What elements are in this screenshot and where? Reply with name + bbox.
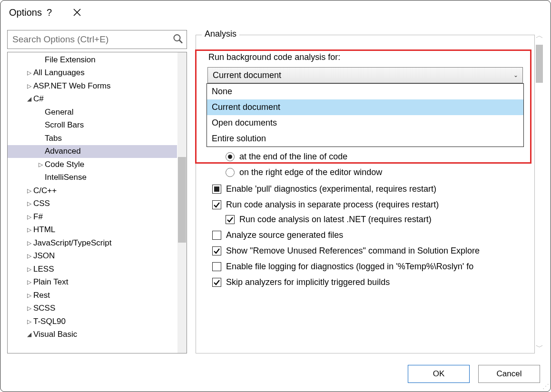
cb-latest-dotnet-label: Run code analysis on latest .NET (requir… — [239, 215, 432, 225]
tree-item-label: SCSS — [33, 304, 55, 313]
scroll-up-icon[interactable]: ︿ — [536, 30, 543, 42]
tree-item-label: JSON — [33, 251, 55, 261]
cb-separate-process[interactable]: Run code analysis in separate process (r… — [212, 200, 530, 210]
tree-item-label: Plain Text — [33, 277, 68, 287]
tree-item[interactable]: ◢Visual Basic — [8, 328, 177, 342]
scope-combobox[interactable]: Current document ⌄ — [207, 67, 523, 83]
search-icon — [173, 34, 183, 46]
expand-closed-icon[interactable]: ▷ — [26, 83, 32, 89]
content-scrollbar-thumb[interactable] — [536, 45, 543, 83]
close-icon — [73, 8, 81, 17]
tree-item[interactable]: ▷F# — [8, 210, 177, 224]
expand-closed-icon[interactable]: ▷ — [26, 214, 32, 220]
cb-remove-unused-label: Show "Remove Unused References" command … — [226, 246, 480, 256]
dialog-footer: OK Cancel — [0, 359, 551, 392]
cb-file-logging[interactable]: Enable file logging for diagnostics (log… — [212, 262, 530, 272]
tree-item[interactable]: General — [8, 106, 177, 119]
checkbox-icon — [212, 200, 221, 209]
checkbox-icon — [226, 215, 235, 224]
tree-item[interactable]: Tabs — [8, 132, 177, 145]
expand-closed-icon[interactable]: ▷ — [26, 200, 32, 207]
cancel-button[interactable]: Cancel — [478, 365, 540, 383]
scope-option[interactable]: Open documents — [207, 115, 523, 131]
expand-open-icon[interactable]: ◢ — [26, 96, 32, 102]
tree-item[interactable]: Advanced — [8, 145, 177, 158]
tree-item[interactable]: ▷JSON — [8, 250, 177, 263]
tree-item[interactable]: Scroll Bars — [8, 119, 177, 132]
tree-scrollbar[interactable] — [177, 52, 187, 353]
cb-analyze-generated[interactable]: Analyze source generated files — [212, 230, 530, 240]
options-tree: File Extension▷All Languages▷ASP.NET Web… — [7, 52, 187, 353]
expand-closed-icon[interactable]: ▷ — [26, 279, 32, 285]
tree-item[interactable]: ▷JavaScript/TypeScript — [8, 236, 177, 250]
scroll-down-icon[interactable]: ﹀ — [536, 342, 543, 353]
scope-label: Run background code analysis for: — [208, 52, 530, 62]
radio-right-edge-label: on the right edge of the editor window — [239, 167, 382, 177]
expand-closed-icon[interactable]: ▷ — [26, 318, 32, 325]
expand-closed-icon[interactable]: ▷ — [26, 253, 32, 259]
tree-scrollbar-thumb[interactable] — [178, 157, 186, 243]
scope-dropdown: NoneCurrent documentOpen documentsEntire… — [207, 83, 524, 147]
tree-item-label: HTML — [33, 225, 55, 235]
expand-open-icon[interactable]: ◢ — [26, 331, 32, 338]
tree-item[interactable]: IntelliSense — [8, 171, 177, 185]
scope-option[interactable]: None — [207, 84, 523, 99]
expand-closed-icon[interactable]: ▷ — [26, 226, 32, 233]
radio-icon — [226, 168, 235, 177]
tree-item-label: File Extension — [45, 55, 96, 65]
cb-separate-process-label: Run code analysis in separate process (r… — [226, 200, 439, 210]
svg-line-1 — [179, 40, 182, 43]
expand-closed-icon[interactable]: ▷ — [26, 69, 32, 76]
tree-item-label: F# — [33, 212, 43, 222]
cb-remove-unused[interactable]: Show "Remove Unused References" command … — [212, 246, 530, 256]
radio-icon — [226, 152, 235, 161]
window-title: Options — [9, 7, 42, 18]
tree-item[interactable]: ▷LESS — [8, 263, 177, 276]
tree-item-label: T-SQL90 — [33, 317, 66, 326]
chevron-down-icon: ⌄ — [513, 72, 518, 78]
tree-item[interactable]: ▷CSS — [8, 197, 177, 211]
cb-skip-analyzers[interactable]: Skip analyzers for implicitly triggered … — [212, 277, 530, 287]
search-input[interactable] — [7, 30, 187, 49]
content-scrollbar[interactable]: ︿ ﹀ — [535, 30, 544, 353]
tree-item-label: JavaScript/TypeScript — [33, 238, 111, 248]
close-button[interactable] — [68, 6, 86, 19]
tree-item-label: Rest — [33, 291, 50, 300]
tree-item[interactable]: File Extension — [8, 53, 177, 67]
cb-pull-diagnostics[interactable]: Enable 'pull' diagnostics (experimental,… — [212, 184, 530, 194]
cb-latest-dotnet[interactable]: Run code analysis on latest .NET (requir… — [226, 215, 530, 225]
tree-item[interactable]: ◢C# — [8, 93, 177, 106]
tree-item[interactable]: ▷Code Style — [8, 158, 177, 171]
tree-item[interactable]: ▷HTML — [8, 224, 177, 237]
tree-item[interactable]: ▷ASP.NET Web Forms — [8, 79, 177, 93]
expand-closed-icon[interactable]: ▷ — [37, 161, 44, 168]
tree-item-label: Visual Basic — [33, 330, 77, 339]
tree-item-label: C# — [33, 94, 44, 104]
expand-closed-icon[interactable]: ▷ — [26, 187, 32, 194]
tree-item-label: Advanced — [45, 147, 81, 156]
expand-closed-icon[interactable]: ▷ — [26, 292, 32, 299]
radio-right-edge[interactable]: on the right edge of the editor window — [226, 167, 530, 177]
scope-option[interactable]: Entire solution — [207, 131, 523, 147]
checkbox-icon — [212, 185, 221, 194]
checkbox-icon — [212, 262, 221, 271]
tree-item[interactable]: ▷All Languages — [8, 67, 177, 80]
scope-selected-value: Current document — [213, 70, 281, 80]
cb-file-logging-label: Enable file logging for diagnostics (log… — [226, 262, 473, 272]
tree-item[interactable]: ▷C/C++ — [8, 184, 177, 197]
help-button[interactable]: ? — [42, 5, 57, 20]
ok-button[interactable]: OK — [408, 365, 470, 383]
svg-point-0 — [174, 35, 180, 41]
tree-item[interactable]: ▷Rest — [8, 289, 177, 302]
radio-end-of-line[interactable]: at the end of the line of code — [226, 152, 530, 162]
expand-closed-icon[interactable]: ▷ — [26, 240, 32, 246]
tree-item[interactable]: ▷Plain Text — [8, 276, 177, 289]
tree-item[interactable]: ▷SCSS — [8, 302, 177, 315]
expand-closed-icon[interactable]: ▷ — [26, 305, 32, 312]
tree-item[interactable]: ▷T-SQL90 — [8, 315, 177, 328]
titlebar: Options ? — [0, 0, 551, 24]
scope-option[interactable]: Current document — [207, 99, 523, 115]
checkbox-icon — [212, 231, 221, 240]
expand-closed-icon[interactable]: ▷ — [26, 266, 32, 273]
tree-item-label: LESS — [33, 265, 54, 274]
